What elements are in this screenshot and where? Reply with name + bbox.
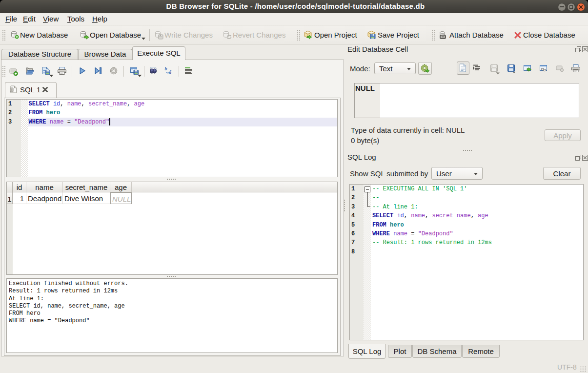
svg-text:b: b <box>165 66 167 71</box>
